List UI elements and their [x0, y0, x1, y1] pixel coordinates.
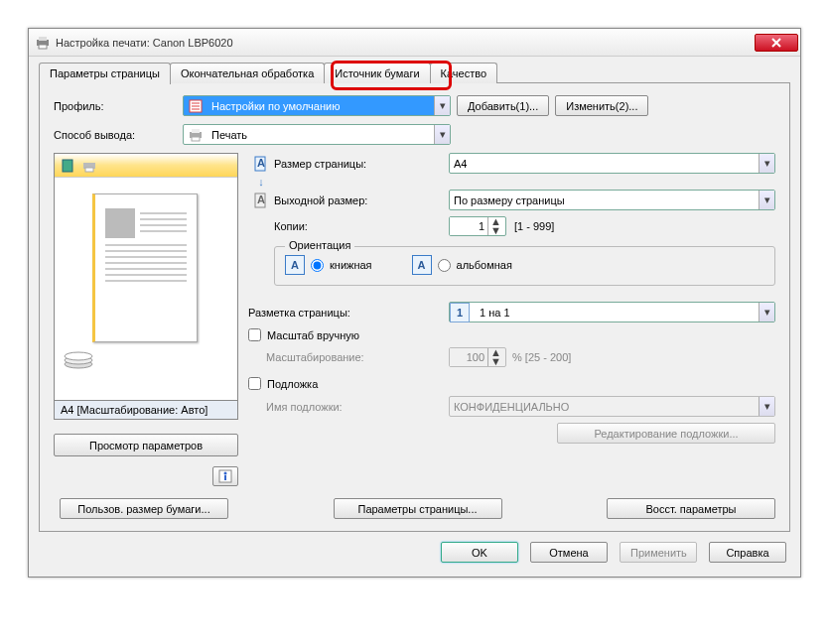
row-edit-watermark: Редактирование подложки...	[248, 423, 775, 444]
scaling-input	[450, 348, 487, 366]
svg-rect-5	[192, 129, 200, 133]
scaling-spinner: ▲▼	[449, 347, 506, 367]
manual-scale-label: Масштаб вручную	[267, 329, 359, 341]
watermark-name-value: КОНФИДЕНЦИАЛЬНО	[450, 401, 759, 413]
preview-line	[105, 274, 187, 276]
tab-label: Источник бумаги	[335, 67, 419, 79]
layout-combo[interactable]: 1 1 на 1 ▾	[449, 302, 775, 322]
main-columns: A4 [Масштабирование: Авто] Просмотр пара…	[54, 153, 775, 488]
orientation-landscape-option[interactable]: A альбомная	[412, 255, 512, 275]
svg-rect-7	[63, 160, 72, 172]
row-page-size: A Размер страницы: A4 ▾	[248, 153, 775, 174]
landscape-radio[interactable]	[438, 259, 451, 272]
preview-caption: A4 [Масштабирование: Авто]	[54, 401, 238, 420]
dropdown-arrow-icon: ▾	[759, 154, 774, 173]
dropdown-arrow-icon: ▾	[434, 96, 450, 115]
add-profile-button[interactable]: Добавить(1)...	[457, 95, 549, 116]
dropdown-arrow-icon: ▾	[759, 191, 774, 209]
page-size-icon: A	[248, 155, 274, 173]
tab-bar: Параметры страницы Окончательная обработ…	[39, 63, 790, 83]
preview-box	[54, 153, 238, 401]
watermark-label: Подложка	[267, 378, 318, 390]
apply-button: Применить	[620, 542, 697, 563]
preview-line	[105, 250, 187, 252]
layout-value: 1 на 1	[476, 307, 759, 319]
spinner-arrows[interactable]: ▲▼	[487, 217, 503, 235]
watermark-checkbox[interactable]	[248, 377, 261, 390]
edit-profile-button[interactable]: Изменить(2)...	[555, 95, 648, 116]
output-size-value: По размеру страницы	[450, 194, 759, 206]
page-parameters-button[interactable]: Параметры страницы...	[334, 498, 502, 519]
tab-content: Профиль: Настройки по умолчанию ▾ Добави…	[39, 82, 790, 532]
restore-defaults-button[interactable]: Восст. параметры	[607, 498, 775, 519]
preview-line	[105, 244, 187, 246]
dropdown-arrow-icon: ▾	[434, 125, 450, 144]
preview-line	[140, 230, 187, 232]
orientation-legend: Ориентация	[285, 239, 354, 251]
close-button[interactable]	[755, 34, 798, 52]
printer-icon	[35, 35, 51, 51]
preview-line	[105, 256, 187, 258]
page-size-label: Размер страницы:	[274, 158, 449, 170]
page-preview	[92, 193, 198, 342]
tab-finishing[interactable]: Окончательная обработка	[170, 63, 325, 83]
paper-stack-icon	[63, 344, 94, 370]
output-method-combo[interactable]: Печать ▾	[183, 124, 451, 145]
orientation-portrait-option[interactable]: A книжная	[285, 255, 372, 275]
preview-column: A4 [Масштабирование: Авто] Просмотр пара…	[54, 153, 238, 488]
custom-paper-size-button[interactable]: Пользов. размер бумаги...	[60, 498, 228, 519]
tab-paper-source[interactable]: Источник бумаги	[324, 63, 430, 83]
view-parameters-button[interactable]: Просмотр параметров	[54, 434, 238, 456]
svg-point-12	[65, 352, 92, 360]
preview-mode-printer-icon[interactable]	[80, 157, 98, 175]
arrow-down-row: ↓	[248, 176, 775, 188]
tab-page-params[interactable]: Параметры страницы	[39, 63, 171, 84]
info-icon[interactable]	[212, 466, 238, 486]
svg-rect-15	[224, 475, 226, 480]
help-button[interactable]: Справка	[709, 542, 786, 563]
edit-watermark-button: Редактирование подложки...	[557, 423, 775, 444]
copies-spinner[interactable]: ▲▼	[449, 216, 506, 236]
dropdown-arrow-icon: ▾	[759, 397, 774, 416]
row-scaling: Масштабирование: ▲▼ % [25 - 200]	[266, 347, 775, 367]
svg-rect-6	[192, 137, 200, 141]
page-size-value: A4	[450, 158, 759, 170]
landscape-icon: A	[412, 255, 432, 275]
page-size-combo[interactable]: A4 ▾	[449, 153, 775, 174]
orientation-fieldset: Ориентация A книжная A	[274, 246, 775, 286]
row-watermark-name: Имя подложки: КОНФИДЕНЦИАЛЬНО ▾	[266, 396, 775, 417]
cancel-button[interactable]: Отмена	[530, 542, 608, 563]
copies-input[interactable]	[450, 217, 487, 235]
tab-quality[interactable]: Качество	[430, 63, 498, 83]
row-copies: Копии: ▲▼ [1 - 999]	[248, 216, 775, 236]
row-layout: Разметка страницы: 1 1 на 1 ▾	[248, 302, 775, 322]
svg-rect-9	[85, 168, 93, 172]
portrait-radio[interactable]	[311, 259, 324, 272]
bottom-button-row: Пользов. размер бумаги... Параметры стра…	[54, 488, 775, 519]
svg-point-14	[224, 472, 227, 475]
manual-scale-checkbox[interactable]	[248, 328, 261, 341]
copies-range: [1 - 999]	[514, 220, 554, 232]
print-icon	[188, 127, 204, 143]
spinner-arrows: ▲▼	[487, 348, 503, 366]
scaling-label: Масштабирование:	[266, 351, 449, 363]
svg-text:A: A	[257, 193, 265, 205]
print-settings-dialog: Настройка печати: Canon LBP6020 Параметр…	[28, 28, 801, 578]
profile-label: Профиль:	[54, 100, 183, 112]
portrait-icon: A	[285, 255, 305, 275]
window-title: Настройка печати: Canon LBP6020	[56, 37, 755, 49]
dropdown-arrow-icon: ▾	[759, 303, 774, 322]
preview-mode-page-icon[interactable]	[59, 157, 76, 175]
preview-toolbar	[55, 154, 237, 178]
row-manual-scale: Масштаб вручную	[248, 328, 775, 341]
profile-combo[interactable]: Настройки по умолчанию ▾	[183, 95, 451, 116]
row-output-size: A Выходной размер: По размеру страницы ▾	[248, 190, 775, 210]
tab-label: Окончательная обработка	[181, 67, 314, 79]
row-output-method: Способ вывода: Печать ▾	[54, 124, 775, 145]
output-method-label: Способ вывода:	[54, 129, 183, 141]
ok-button[interactable]: OK	[441, 542, 518, 563]
dialog-button-row: OK Отмена Применить Справка	[29, 532, 800, 577]
portrait-label: книжная	[330, 259, 372, 271]
output-size-combo[interactable]: По размеру страницы ▾	[449, 190, 775, 210]
layout-label: Разметка страницы:	[248, 307, 449, 319]
